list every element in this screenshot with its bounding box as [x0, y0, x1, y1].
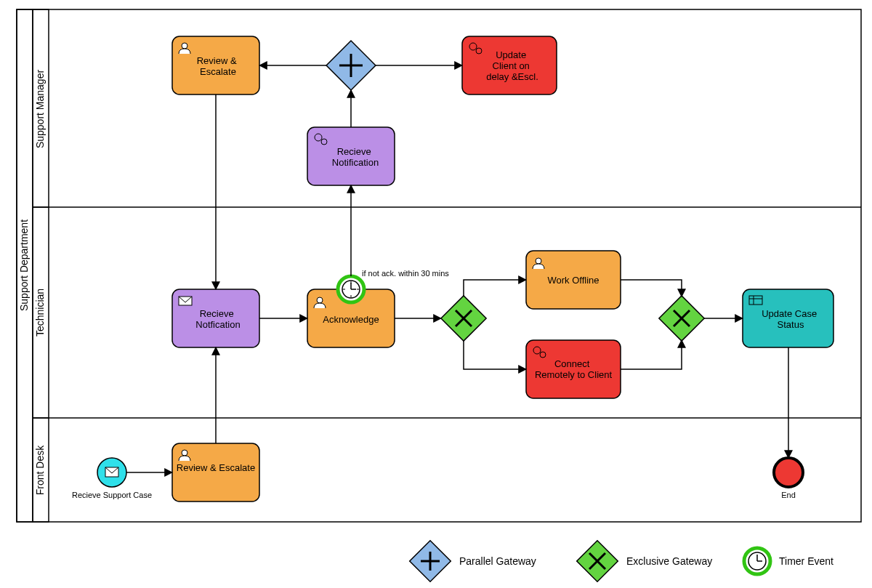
task-label: Work Offline: [547, 275, 599, 286]
svg-point-35: [182, 43, 187, 49]
timer-label: if not ack. within 30 mins: [362, 269, 449, 278]
end-event[interactable]: [774, 458, 803, 487]
svg-point-23: [536, 258, 541, 264]
start-event[interactable]: [97, 458, 126, 487]
task-label: Acknowledge: [323, 314, 379, 325]
task-update-case-status[interactable]: Update Case Status: [743, 289, 833, 347]
sequence-flows: [126, 65, 788, 472]
lane-label-technician: Technician: [34, 289, 46, 337]
legend-exclusive-label: Exclusive Gateway: [626, 555, 712, 567]
svg-point-5: [182, 450, 187, 456]
task-label: Review & Escalate: [177, 462, 255, 473]
task-work-offline[interactable]: Work Offline: [526, 251, 621, 309]
legend-parallel-label: Parallel Gateway: [459, 555, 536, 567]
envelope-icon: [179, 297, 192, 305]
task-label: Recieve Notfication: [195, 308, 240, 330]
lane-label-manager: Support Manager: [34, 70, 46, 149]
task-receive-notification-manager[interactable]: Recieve Notification: [307, 127, 395, 185]
task-review-escalate-manager[interactable]: Review & Escalate: [172, 36, 259, 94]
svg-point-6: [774, 458, 803, 487]
exclusive-gateway-split[interactable]: [441, 296, 486, 341]
task-review-escalate-frontdesk[interactable]: Review & Escalate: [172, 443, 259, 502]
parallel-gateway[interactable]: [326, 41, 376, 90]
task-update-client[interactable]: Update Client on delay &Escl.: [462, 36, 557, 94]
legend-timer-label: Timer Event: [779, 555, 833, 567]
exclusive-gateway-merge[interactable]: [659, 296, 704, 341]
pool-title: Support Department: [18, 220, 30, 311]
pool-border: [17, 9, 861, 522]
task-label: Review & Escalate: [197, 55, 240, 77]
task-connect-remotely[interactable]: Connect Remotely to Client: [526, 340, 621, 398]
start-event-label: Recieve Support Case: [72, 491, 152, 499]
svg-point-10: [317, 297, 323, 303]
task-label: Recieve Notification: [332, 146, 379, 168]
timer-boundary-event[interactable]: [338, 276, 364, 302]
legend: Parallel Gateway Exclusive Gateway Timer…: [410, 541, 833, 582]
bpmn-diagram: Support Department Support Manager Techn…: [0, 0, 872, 588]
task-receive-notification-tech[interactable]: Recieve Notfication: [172, 289, 259, 347]
end-event-label: End: [781, 491, 796, 499]
lane-label-frontdesk: Front Desk: [34, 445, 46, 495]
